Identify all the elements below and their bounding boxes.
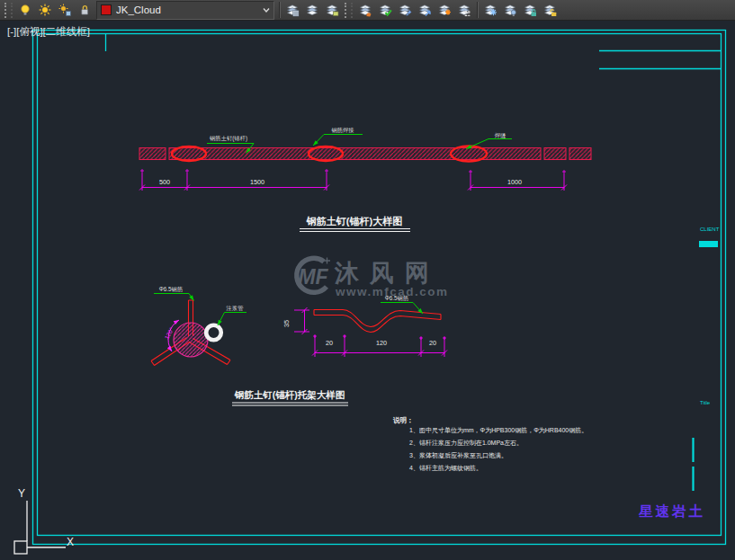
layers-check-icon xyxy=(378,3,392,17)
svg-text:Φ6.5钢筋: Φ6.5钢筋 xyxy=(159,286,183,293)
layers-state-icon xyxy=(325,3,339,17)
ucs-labels: Y X xyxy=(18,487,74,548)
nail-bar xyxy=(139,148,591,160)
layer-lock-toggle-button[interactable] xyxy=(75,1,94,20)
layers-lock-icon xyxy=(523,3,537,17)
layer-on-button[interactable] xyxy=(15,1,35,20)
nail-detail: 钢筋土钉(锚杆) 钢筋焊接 焊缝 500 1500 1000 钢筋土钉(锚杆)大… xyxy=(139,127,591,232)
chevron-down-icon xyxy=(261,4,272,15)
nail-dim-texts: 500 1500 1000 xyxy=(159,178,522,186)
watermark: MF 沐风网 www.mfcad.com xyxy=(297,258,449,299)
svg-text:120: 120 xyxy=(376,339,387,347)
layer-lock-button[interactable] xyxy=(520,1,540,20)
layers-burst-icon xyxy=(437,3,452,17)
note-line: 1、图中尺寸单位为mm，Φ为HPB300钢筋，Φ为HRB400钢筋。 xyxy=(409,427,587,434)
angle-text: 120° xyxy=(164,326,175,341)
grout-pipe-ring xyxy=(206,325,221,341)
layer-manager-button[interactable] xyxy=(302,1,322,20)
nail-title-underline xyxy=(300,229,410,232)
layer-color-swatch xyxy=(101,4,112,15)
plate-dim-texts: 35 20 120 20 xyxy=(282,320,436,347)
ucs-x-label: X xyxy=(67,536,74,548)
bracket-title-underline xyxy=(232,403,348,405)
svg-text:注浆管: 注浆管 xyxy=(226,305,244,312)
note-line: 3、浆体初凝后应补浆至孔口饱满。 xyxy=(409,451,507,459)
titleblock: CLIENT Title xyxy=(699,227,720,405)
svg-text:500: 500 xyxy=(159,178,170,186)
drawing-svg[interactable]: CLIENT Title xyxy=(0,22,735,560)
padlock-icon xyxy=(77,3,92,17)
mf-logo-text: MF xyxy=(298,265,328,289)
layers-people-icon xyxy=(457,3,471,17)
layers-hand-icon xyxy=(358,3,372,17)
layer-off-button[interactable] xyxy=(500,1,520,20)
layers-pencil-icon xyxy=(398,3,412,17)
bracket-labels: Φ6.5钢筋 注浆管 xyxy=(159,286,244,312)
layer-unlock-button[interactable] xyxy=(540,1,560,20)
svg-text:35: 35 xyxy=(282,320,291,327)
notes-heading: 说明： xyxy=(392,416,414,424)
ucs-icon xyxy=(14,501,66,554)
svg-text:焊缝: 焊缝 xyxy=(495,132,506,138)
svg-text:钢筋土钉(锚杆): 钢筋土钉(锚杆) xyxy=(209,135,247,142)
bracket-title: 钢筋土钉(锚杆)托架大样图 xyxy=(234,389,345,400)
toolbar-separator-2 xyxy=(477,2,478,18)
layer-thaw-button[interactable] xyxy=(35,1,55,20)
nail-title: 钢筋土钉(锚杆)大样图 xyxy=(306,216,402,227)
layers-icon xyxy=(305,3,319,17)
titleblock-bar xyxy=(699,241,718,247)
layer-match-button[interactable] xyxy=(454,1,474,20)
layers-snowflake-icon xyxy=(483,3,497,17)
layer-freeze-button[interactable] xyxy=(480,1,500,20)
move-to-layer-button[interactable] xyxy=(415,1,435,20)
make-object-layer-current-button[interactable] xyxy=(355,1,375,20)
sun-icon xyxy=(38,3,52,17)
titleblock-client-label: CLIENT xyxy=(700,227,720,232)
note-line: 4、锚杆主筋为螺纹钢筋。 xyxy=(409,464,482,472)
svg-text:20: 20 xyxy=(326,339,333,347)
ucs-y-label: Y xyxy=(18,487,25,500)
notes: 说明： 1、图中尺寸单位为mm，Φ为HPB300钢筋，Φ为HRB400钢筋。 2… xyxy=(392,416,587,472)
layer-properties-button[interactable] xyxy=(282,1,302,20)
toolbar-grip[interactable] xyxy=(4,3,13,18)
titleblock-title-label: Title xyxy=(700,400,711,405)
toolbar-grip-2[interactable] xyxy=(345,3,353,18)
layer-walk-button[interactable] xyxy=(435,1,454,20)
layers-arrow-icon xyxy=(417,3,432,17)
layer-states-button[interactable] xyxy=(322,1,342,20)
viewport-controls[interactable]: [-][俯视][二维线框] xyxy=(7,25,90,39)
toolbar-separator xyxy=(279,2,280,18)
watermark-name: 沐风网 xyxy=(334,260,440,287)
svg-text:1500: 1500 xyxy=(250,178,264,186)
layer-vp-freeze-button[interactable] xyxy=(55,1,75,20)
layer-translate-button[interactable] xyxy=(395,1,415,20)
model-space[interactable]: [-][俯视][二维线框] xyxy=(0,22,735,560)
layer-combo-value: JK_Cloud xyxy=(116,4,261,15)
layers-bulb-icon xyxy=(503,3,517,17)
bracket-detail: Φ6.5钢筋 注浆管 120° 钢筋土钉(锚杆)托架大样图 xyxy=(151,286,348,406)
layers-grid-icon xyxy=(285,3,300,17)
layers-toolbar: JK_Cloud xyxy=(0,0,735,21)
layer-combo[interactable]: JK_Cloud xyxy=(96,1,274,20)
plate-detail: 35 20 120 20 Φ6.5钢筋 xyxy=(282,295,447,358)
nail-dimensions xyxy=(139,169,567,191)
note-line: 2、锚杆注浆压力应控制在1.0MPa左右。 xyxy=(409,439,523,447)
svg-text:钢筋焊接: 钢筋焊接 xyxy=(330,127,354,134)
sun-viewport-icon xyxy=(58,3,72,17)
layer-previous-button[interactable] xyxy=(375,1,395,20)
lightbulb-icon xyxy=(18,3,32,17)
layers-unlock-icon xyxy=(542,3,557,17)
brand-text: 星速岩土 xyxy=(638,503,705,519)
svg-text:20: 20 xyxy=(429,339,436,347)
bracket-hub xyxy=(174,323,208,357)
svg-text:1000: 1000 xyxy=(507,178,522,186)
watermark-url: www.mfcad.com xyxy=(335,285,449,298)
